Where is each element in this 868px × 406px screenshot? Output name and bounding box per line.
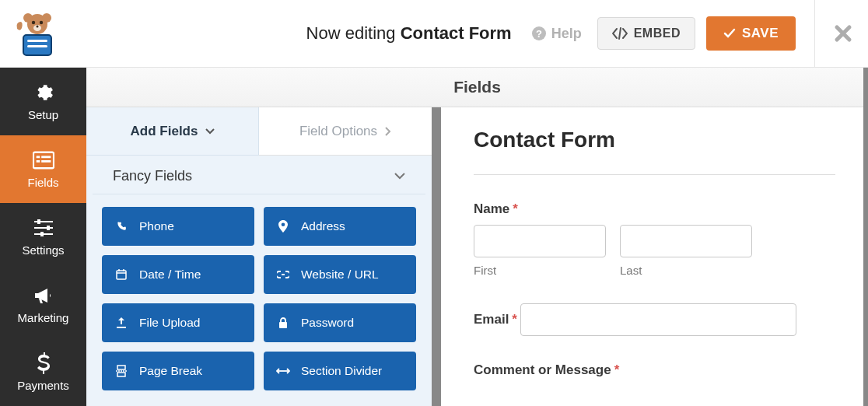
- field-label: Section Divider: [301, 364, 382, 378]
- field-label: Date / Time: [139, 268, 201, 282]
- phone-icon: [114, 221, 128, 232]
- svg-rect-27: [279, 322, 287, 328]
- email-label: Email *: [474, 312, 517, 327]
- svg-point-6: [36, 26, 38, 28]
- chevron-right-icon: [385, 127, 391, 136]
- fields-panel: Add Fields Field Options Fancy Fields: [86, 107, 436, 406]
- field-label: Password: [301, 316, 354, 330]
- svg-rect-21: [47, 226, 50, 230]
- sliders-icon: [33, 217, 54, 239]
- field-pagebreak[interactable]: Page Break: [102, 352, 254, 390]
- upload-icon: [114, 317, 128, 328]
- dollar-icon: [33, 352, 54, 374]
- required-mark: *: [614, 362, 620, 378]
- lock-icon: [276, 317, 290, 328]
- rail-item-setup[interactable]: Setup: [0, 68, 86, 135]
- code-icon: [612, 27, 628, 40]
- editing-prefix: Now editing: [306, 23, 401, 43]
- tab-add-fields[interactable]: Add Fields: [86, 107, 259, 156]
- form-icon: [33, 149, 54, 171]
- tab-field-options[interactable]: Field Options: [259, 107, 432, 156]
- label-text: Name: [474, 201, 509, 217]
- rail-item-fields[interactable]: Fields: [0, 135, 86, 203]
- close-icon: [834, 24, 852, 43]
- svg-rect-16: [41, 160, 51, 163]
- save-button[interactable]: SAVE: [706, 16, 796, 51]
- form-title: Contact Form: [474, 128, 835, 175]
- name-label: Name *: [474, 201, 518, 217]
- last-name-input[interactable]: [620, 225, 752, 257]
- field-divider[interactable]: Section Divider: [264, 352, 416, 390]
- field-phone[interactable]: Phone: [102, 207, 254, 246]
- svg-rect-13: [36, 156, 40, 158]
- first-name-input[interactable]: [474, 225, 606, 257]
- field-address[interactable]: Address: [264, 207, 416, 246]
- tab-label: Field Options: [299, 124, 377, 139]
- rail-label: Settings: [22, 243, 64, 257]
- app-logo: [8, 6, 66, 61]
- field-label: File Upload: [139, 316, 200, 330]
- svg-point-1: [23, 13, 33, 23]
- fields-section-header[interactable]: Fancy Fields: [93, 156, 425, 194]
- rail-item-marketing[interactable]: Marketing: [0, 271, 86, 338]
- field-label: Website / URL: [301, 268, 379, 282]
- field-label: Page Break: [139, 364, 202, 378]
- right-gutter: [863, 68, 868, 406]
- help-link[interactable]: ? Help: [531, 26, 582, 42]
- last-sublabel: Last: [620, 264, 752, 277]
- field-label: Phone: [139, 219, 174, 233]
- svg-rect-15: [36, 160, 40, 163]
- svg-rect-28: [117, 366, 125, 369]
- svg-point-2: [42, 13, 51, 23]
- field-password[interactable]: Password: [264, 303, 416, 342]
- svg-rect-9: [27, 45, 47, 47]
- bullhorn-icon: [33, 285, 54, 306]
- topbar-divider: [814, 0, 815, 67]
- svg-rect-18: [34, 227, 53, 229]
- close-button[interactable]: [834, 24, 852, 43]
- embed-button[interactable]: EMBED: [597, 17, 695, 50]
- divider-icon: [276, 367, 290, 375]
- field-datetime[interactable]: Date / Time: [102, 255, 254, 294]
- rail-label: Payments: [17, 379, 69, 392]
- first-sublabel: First: [474, 264, 606, 277]
- link-icon: [276, 271, 290, 278]
- topbar: Now editing Contact Form ? Help EMBED SA…: [0, 0, 868, 68]
- chevron-down-icon: [205, 128, 215, 135]
- svg-rect-20: [37, 219, 40, 224]
- svg-rect-29: [117, 373, 125, 376]
- section-label: Fancy Fields: [113, 168, 192, 184]
- rail-label: Fields: [27, 176, 58, 189]
- svg-rect-17: [34, 221, 53, 222]
- rail-item-settings[interactable]: Settings: [0, 203, 86, 271]
- comment-label: Comment or Message *: [474, 362, 619, 378]
- svg-rect-14: [41, 156, 51, 158]
- required-mark: *: [512, 312, 517, 327]
- field-upload[interactable]: File Upload: [102, 303, 254, 342]
- gear-icon: [33, 82, 54, 103]
- rail-label: Setup: [28, 108, 58, 121]
- nav-rail: Setup Fields Settings Marketing Payments: [0, 68, 86, 406]
- tab-label: Add Fields: [131, 124, 198, 139]
- pagebreak-icon: [114, 365, 128, 377]
- pin-icon: [276, 220, 290, 233]
- svg-rect-8: [27, 40, 47, 42]
- svg-rect-22: [40, 232, 44, 236]
- field-url[interactable]: Website / URL: [264, 255, 416, 294]
- chevron-down-icon: [394, 173, 405, 180]
- help-label: Help: [551, 26, 582, 42]
- svg-rect-23: [117, 271, 126, 279]
- save-label: SAVE: [742, 26, 779, 41]
- calendar-icon: [114, 269, 128, 280]
- required-mark: *: [513, 201, 518, 217]
- rail-item-payments[interactable]: Payments: [0, 338, 86, 406]
- label-text: Comment or Message: [474, 362, 611, 378]
- form-preview: Contact Form Name * First Last Email *: [441, 107, 868, 406]
- check-icon: [723, 28, 736, 39]
- section-title: Fields: [86, 68, 868, 107]
- email-input[interactable]: [520, 303, 796, 336]
- help-icon: ?: [531, 26, 547, 41]
- embed-label: EMBED: [634, 26, 681, 40]
- svg-text:?: ?: [536, 28, 542, 40]
- editing-form-name: Contact Form: [401, 23, 512, 43]
